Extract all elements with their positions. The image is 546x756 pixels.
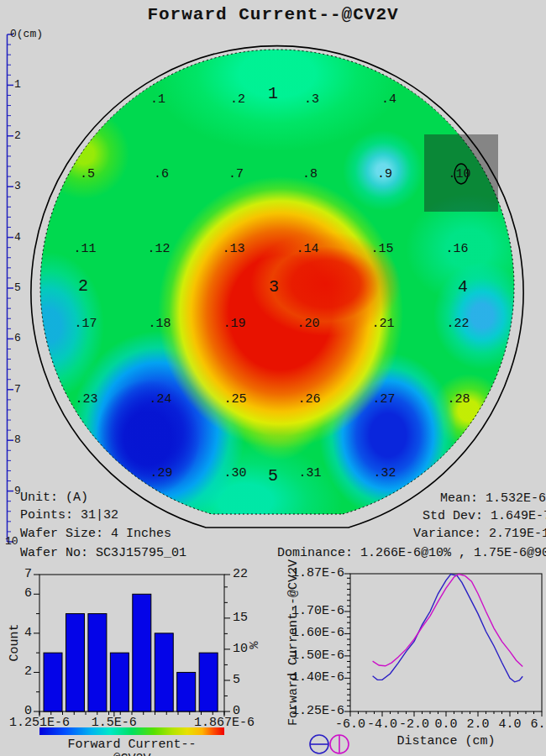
wafer-point-label[interactable]: .27 [372,392,395,407]
hist-y2tick-label: 15 [233,611,258,625]
vertical-profile-legend-icon[interactable] [330,735,349,753]
wafer-point-label[interactable]: .3 [304,92,319,107]
chart-title: Forward Current--@CV2V [0,5,546,24]
wafer-point-label[interactable]: .14 [296,242,318,256]
ruler-tick-label: 8 [14,433,21,446]
wafer-point-label[interactable]: .12 [147,242,170,256]
ruler-ticks [8,34,14,542]
wafer-point-label[interactable]: .4 [381,92,396,107]
histogram-bar[interactable] [155,633,173,711]
hist-ytick-label: 6 [8,586,32,601]
wafer-point-label[interactable]: .22 [446,317,469,331]
points-text: Points: 31|32 [20,508,118,522]
histogram-bar[interactable] [110,653,129,711]
wafer-point-label[interactable]: .17 [74,317,97,331]
histogram-graphics [34,575,230,717]
wafer-point-label[interactable]: .11 [73,242,96,256]
wafer-point-label[interactable]: .18 [148,317,171,331]
profile-ytick-label: 1.50E-6 [286,648,344,663]
profile-xlabel: Distance (cm) [379,734,513,748]
wafer-region-label: 1 [268,84,278,103]
wafer-region-label: 3 [269,277,279,297]
ruler-tick-label: 4 [14,231,21,244]
mean-text: Mean: 1.532E-6 [440,491,546,506]
ruler-tick-label: 1 [14,78,21,91]
wafer-point-label[interactable]: .5 [80,167,95,181]
histogram-bar[interactable] [133,594,151,711]
profile-ytick-label: 1.60E-6 [286,626,344,640]
hist-ytick-label: 7 [8,567,32,581]
ruler-tick-label: 7 [14,383,21,396]
vertical-diameter-profile-curve [373,575,523,667]
ruler-tick-label: 2 [14,129,21,142]
dominance-text: Dominance: 1.266E-6@10% , 1.75E-6@90% [277,546,546,560]
wafer-map-window: Forward Current--@CV2V .1.2.3.4.5.6.7.8.… [0,0,546,756]
wafer-point-label[interactable]: .20 [297,317,319,331]
histogram-bar[interactable] [88,614,107,711]
wafer-point-label[interactable]: .25 [223,392,246,407]
wafer-size-text: Wafer Size: 4 Inches [20,527,171,541]
wafer-region-label: 2 [78,276,88,296]
profile-ytick-label: 1.25E-6 [286,704,344,718]
ruler-tick-label: 10 [5,535,18,548]
wafer-point-label[interactable]: .28 [447,392,470,407]
horizontal-diameter-profile-curve [373,575,523,682]
profile-ytick-label: 1.70E-6 [286,604,344,618]
wafer-point-label[interactable]: .16 [445,242,468,256]
histogram-bar[interactable] [44,653,62,711]
profile-ylabel: Forward Current--@CV2V [286,559,301,726]
wafer-point-label[interactable]: .1 [150,92,165,107]
wafer-region-label: 5 [268,466,278,486]
hist-ytick-label: 2 [8,664,32,679]
colorbar-gradient [39,727,224,735]
ruler-tick-label: 5 [14,281,21,294]
hist-ytick-label: 4 [8,626,32,640]
histogram-bar[interactable] [199,653,218,711]
profile-xtick-label: 6.0 [521,717,546,732]
std-dev-text: Std Dev: 1.649E-7 [423,509,546,523]
wafer-no-text: Wafer No: SC3J15795_01 [20,546,186,560]
wafer-region-label: 4 [458,277,468,297]
wafer-point-label[interactable]: .26 [297,392,320,407]
ruler-tick-label: 3 [14,180,21,192]
profile-graphics [344,574,542,717]
wafer-point-label[interactable]: .19 [223,317,245,331]
colorbar-caption: Forward Current--@CV2V [56,738,207,756]
histogram-bar[interactable] [66,614,84,711]
wafer-point-label[interactable]: .32 [373,466,396,480]
wafer-point-label[interactable]: .7 [228,167,244,181]
legend-icons [310,735,349,753]
variance-text: Variance: 2.719E-14 [413,527,546,541]
wafer-point-label[interactable]: .6 [154,167,169,181]
hist-y2tick-label: 22 [233,567,258,581]
wafer-point-label[interactable]: .10 [448,167,470,181]
wafer-point-label[interactable]: .13 [222,242,244,256]
wafer-point-label[interactable]: .15 [370,242,393,256]
wafer-point-label[interactable]: .23 [75,392,97,407]
wafer-point-label[interactable]: .21 [371,317,394,331]
profile-ytick-label: 1.40E-6 [286,670,344,685]
wafer-point-label[interactable]: .8 [302,167,318,181]
wafer-point-label[interactable]: .2 [230,92,245,107]
wafer-point-label[interactable]: .24 [149,392,171,407]
histogram-bar[interactable] [177,672,196,711]
profile-ytick-label: 1.87E-6 [286,566,344,580]
ruler-tick-label: 6 [14,332,21,344]
horizontal-profile-legend-icon[interactable] [310,735,328,753]
wafer-point-label[interactable]: .30 [223,466,246,480]
ruler-tick-label: 0(cm) [10,28,43,40]
wafer-point-label[interactable]: .29 [150,466,172,480]
hist-y2tick-label: 5 [233,673,258,687]
wafer-point-label[interactable]: .9 [377,167,392,181]
unit-text: Unit: (A) [20,491,88,505]
wafer-point-label[interactable]: .31 [298,466,321,480]
hist-y2tick-label: 10 [233,642,258,656]
